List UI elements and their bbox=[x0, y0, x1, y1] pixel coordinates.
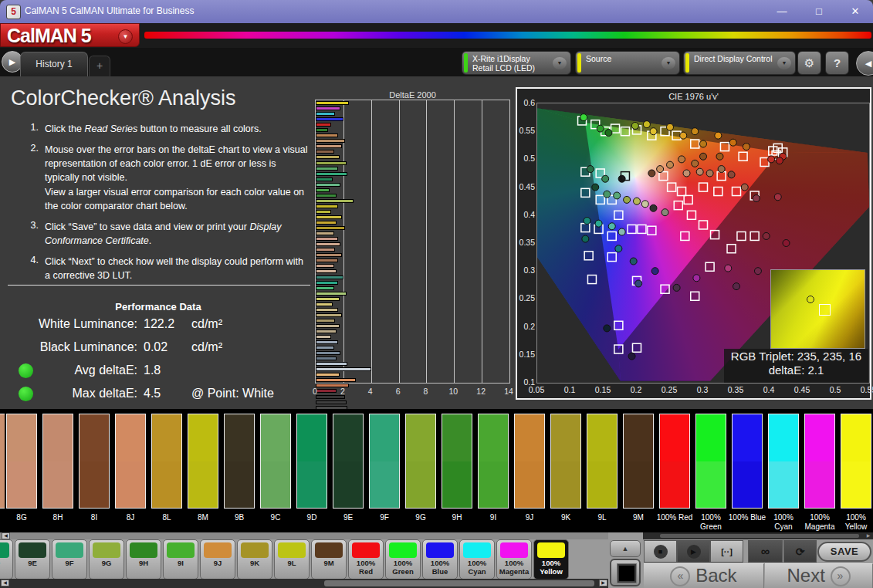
deltae-bar[interactable] bbox=[316, 281, 338, 285]
logo-dropdown-icon[interactable]: ▼ bbox=[118, 29, 133, 44]
patch-thumbnail[interactable]: 9L bbox=[274, 539, 310, 580]
minimize-button[interactable]: — bbox=[764, 0, 800, 23]
deltae-bar[interactable] bbox=[316, 242, 340, 246]
meter-dropdown[interactable]: X-Rite i1Display Retail LCD (LED) ▼ bbox=[462, 51, 571, 75]
comparator-swatch[interactable] bbox=[260, 414, 291, 509]
deltae-bar[interactable] bbox=[316, 123, 331, 127]
deltae-bar[interactable] bbox=[316, 177, 333, 181]
deltae-bar[interactable] bbox=[316, 188, 330, 192]
deltae-bar[interactable] bbox=[316, 302, 333, 306]
deltae-bar[interactable] bbox=[316, 226, 345, 230]
comparator-swatch[interactable] bbox=[550, 414, 581, 509]
comparator-swatch[interactable] bbox=[623, 414, 654, 509]
deltae-bar[interactable] bbox=[316, 194, 337, 198]
deltae-bar[interactable] bbox=[316, 378, 356, 382]
deltae-bar[interactable] bbox=[316, 389, 337, 393]
collapse-panel-icon[interactable]: ◀ bbox=[856, 51, 873, 76]
deltae-bar[interactable] bbox=[316, 128, 328, 132]
deltae-bar[interactable] bbox=[316, 101, 349, 105]
comparator-swatch[interactable] bbox=[79, 414, 110, 509]
comparator-swatch[interactable] bbox=[695, 414, 726, 509]
deltae-bar[interactable] bbox=[316, 297, 340, 301]
comparator-swatch[interactable] bbox=[42, 414, 73, 509]
scroll-left-icon[interactable]: ◀ bbox=[2, 532, 10, 539]
deltae-bar[interactable] bbox=[316, 183, 340, 187]
scrollbar-thumb[interactable] bbox=[324, 580, 594, 586]
patch-thumbnail[interactable]: 9I bbox=[163, 539, 198, 580]
chevron-down-icon[interactable]: ▼ bbox=[553, 57, 567, 69]
deltae-bar[interactable] bbox=[316, 150, 334, 154]
deltae-chart[interactable] bbox=[315, 100, 510, 384]
comparator-swatch[interactable] bbox=[296, 414, 327, 509]
deltae-bar[interactable] bbox=[316, 231, 334, 235]
comparator-swatch[interactable] bbox=[224, 414, 255, 509]
deltae-bar[interactable] bbox=[316, 346, 334, 350]
deltae-bar[interactable] bbox=[316, 215, 342, 219]
comparator-swatch[interactable] bbox=[478, 414, 509, 509]
deltae-bar[interactable] bbox=[316, 264, 334, 268]
patch-thumbnail[interactable]: 100% Red bbox=[348, 539, 384, 580]
next-button[interactable]: Next » bbox=[765, 563, 873, 588]
deltae-bar[interactable] bbox=[316, 362, 347, 366]
deltae-bar[interactable] bbox=[316, 253, 342, 257]
scroll-up-button[interactable]: ▲ bbox=[610, 540, 641, 557]
comparator-swatch[interactable] bbox=[732, 414, 763, 509]
comparator-swatch[interactable] bbox=[151, 414, 182, 509]
deltae-bar[interactable] bbox=[316, 112, 335, 116]
patch-thumbnail[interactable]: 100% Magenta bbox=[496, 539, 532, 580]
patch-thumbnail[interactable]: 9D bbox=[0, 539, 13, 580]
calman-logo[interactable]: CalMAN 5 ▼ bbox=[0, 23, 140, 47]
deltae-bar[interactable] bbox=[316, 172, 347, 176]
deltae-bar[interactable] bbox=[316, 351, 340, 355]
source-dropdown[interactable]: Source ▼ bbox=[575, 51, 680, 75]
deltae-bar[interactable] bbox=[316, 204, 338, 208]
comparator-swatch[interactable] bbox=[333, 414, 364, 509]
control-scrollbar[interactable]: ▶ bbox=[643, 532, 873, 539]
comparator-swatch[interactable] bbox=[6, 414, 37, 509]
patch-thumbnail[interactable]: 9M bbox=[311, 539, 347, 580]
pattern-window-button[interactable] bbox=[610, 559, 641, 586]
scroll-left-icon[interactable]: ◀ bbox=[1, 580, 9, 586]
deltae-bar[interactable] bbox=[316, 286, 334, 290]
deltae-bar[interactable] bbox=[316, 373, 340, 377]
comparator-swatch[interactable] bbox=[369, 414, 400, 509]
deltae-bar[interactable] bbox=[316, 259, 338, 262]
read-series-button[interactable]: [··] bbox=[710, 540, 743, 563]
deltae-bar[interactable] bbox=[316, 139, 345, 143]
comparator-swatch[interactable] bbox=[442, 414, 472, 509]
patch-thumbnail[interactable]: 9F bbox=[52, 539, 87, 580]
scrollbar-thumb[interactable] bbox=[660, 534, 859, 538]
deltae-bar[interactable] bbox=[316, 308, 338, 312]
deltae-bar[interactable] bbox=[316, 367, 371, 371]
patch-thumbnail[interactable]: 100% Blue bbox=[422, 539, 458, 580]
comparator-swatch[interactable] bbox=[804, 414, 835, 509]
help-icon[interactable]: ? bbox=[825, 51, 849, 75]
patch-thumbnail[interactable]: 100% Cyan bbox=[459, 539, 495, 580]
comparator-swatch[interactable] bbox=[188, 414, 218, 509]
deltae-bar[interactable] bbox=[316, 324, 340, 328]
patch-thumbnail[interactable]: 9E bbox=[15, 539, 50, 580]
deltae-bar[interactable] bbox=[316, 155, 340, 159]
thumbnail-scroll-track[interactable]: ◀ bbox=[0, 532, 608, 539]
patch-thumbnail[interactable]: 9H bbox=[126, 539, 161, 580]
deltae-bar[interactable] bbox=[316, 319, 335, 323]
deltae-bar[interactable] bbox=[316, 248, 335, 252]
comparator-swatch[interactable] bbox=[768, 414, 799, 509]
patch-thumbnail[interactable]: 100% Yellow bbox=[533, 539, 569, 580]
comparator-swatch[interactable] bbox=[514, 414, 545, 509]
deltae-bar[interactable] bbox=[316, 199, 354, 203]
scroll-right-icon[interactable]: ▶ bbox=[599, 580, 607, 586]
thumbnail-scrollbar[interactable]: ◀ ▶ bbox=[0, 579, 608, 588]
deltae-bar[interactable] bbox=[316, 357, 337, 360]
deltae-bar[interactable] bbox=[316, 292, 347, 296]
close-button[interactable]: ✕ bbox=[837, 0, 873, 23]
comparator-swatch[interactable] bbox=[115, 414, 146, 509]
chevron-down-icon[interactable]: ▼ bbox=[777, 57, 791, 69]
deltae-bar[interactable] bbox=[316, 237, 338, 241]
read-continuous-button[interactable]: ∞ bbox=[748, 540, 783, 563]
chevron-down-icon[interactable]: ▼ bbox=[662, 57, 675, 69]
patch-thumbnail[interactable]: 9K bbox=[237, 539, 272, 580]
deltae-bar[interactable] bbox=[316, 144, 342, 148]
deltae-bar[interactable] bbox=[316, 106, 340, 110]
deltae-bar[interactable] bbox=[316, 161, 347, 165]
